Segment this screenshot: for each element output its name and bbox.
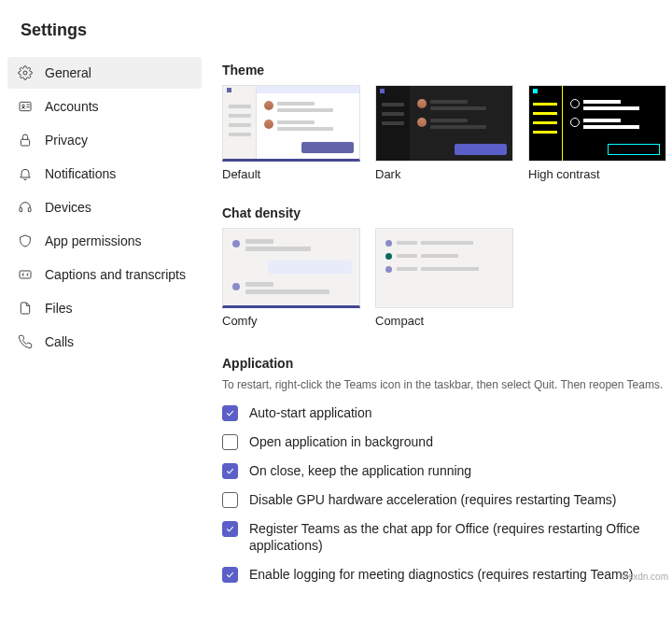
option-register-office: Register Teams as the chat app for Offic… [222,520,672,556]
checkbox-register-office[interactable] [222,521,238,537]
svg-point-0 [23,71,27,75]
page-header: Settings [0,0,672,57]
headset-icon [17,199,34,216]
checkbox-keep-running[interactable] [222,463,238,479]
checkbox-label: Open application in background [249,433,433,451]
sidebar-item-label: Accounts [45,99,99,114]
sidebar-item-calls[interactable]: Calls [7,326,202,358]
theme-option-dark[interactable]: Dark [375,85,513,181]
sidebar-item-label: Captions and transcripts [45,267,186,282]
svg-rect-3 [21,139,29,146]
option-keep-running: On close, keep the application running [222,462,672,480]
sidebar-item-app-permissions[interactable]: App permissions [7,225,202,257]
checkbox-label: Enable logging for meeting diagnostics (… [249,566,633,584]
phone-icon [17,333,34,350]
file-icon [17,300,34,317]
sidebar-item-label: Files [45,301,73,316]
svg-point-2 [22,105,25,107]
theme-thumb-high-contrast [528,85,666,162]
gear-icon [17,64,34,81]
sidebar-item-notifications[interactable]: Notifications [7,158,202,190]
density-section-title: Chat density [222,205,672,220]
checkbox-disable-gpu[interactable] [222,492,238,508]
density-option-compact[interactable]: Compact [375,228,513,328]
lock-icon [17,132,34,148]
bell-icon [17,165,34,182]
option-open-background: Open application in background [222,433,672,451]
application-section-title: Application [222,356,672,371]
sidebar-item-label: General [45,65,91,80]
sidebar-item-devices[interactable]: Devices [7,191,202,223]
sidebar-item-captions-transcripts[interactable]: Captions and transcripts [7,259,202,290]
density-thumb-comfy [222,228,360,308]
theme-label: High contrast [528,167,666,181]
checkbox-enable-logging[interactable] [222,567,238,583]
sidebar-item-files[interactable]: Files [7,292,202,324]
sidebar-item-label: App permissions [45,233,142,248]
sidebar-item-privacy[interactable]: Privacy [7,124,202,156]
application-description: To restart, right-click the Teams icon i… [222,378,672,391]
checkbox-auto-start[interactable] [222,405,238,421]
density-label: Compact [375,314,513,328]
theme-option-default[interactable]: Default [222,85,360,181]
checkbox-open-background[interactable] [222,434,238,450]
watermark: wsxdn.com [622,572,668,582]
theme-section-title: Theme [222,63,672,78]
svg-rect-5 [28,208,31,212]
sidebar-item-general[interactable]: General [7,57,202,89]
checkbox-label: Register Teams as the chat app for Offic… [249,520,672,556]
theme-thumb-dark [375,85,513,162]
main-content: Theme Default [209,57,672,595]
page-title: Settings [21,21,651,40]
sidebar-item-label: Devices [45,200,91,215]
settings-sidebar: General Accounts Privacy Notifications D… [0,57,209,595]
theme-options: Default Dark [222,85,672,181]
sidebar-item-label: Privacy [45,133,88,148]
theme-thumb-default [222,85,360,162]
sidebar-item-accounts[interactable]: Accounts [7,91,202,122]
density-option-comfy[interactable]: Comfy [222,228,360,328]
theme-label: Dark [375,167,513,181]
sidebar-item-label: Notifications [45,166,116,181]
density-thumb-compact [375,228,513,308]
id-card-icon [17,98,34,115]
cc-icon [17,266,34,283]
theme-option-high-contrast[interactable]: High contrast [528,85,666,181]
svg-rect-1 [20,102,31,110]
density-label: Comfy [222,314,360,328]
sidebar-item-label: Calls [45,334,74,349]
svg-rect-6 [20,271,31,278]
option-enable-logging: Enable logging for meeting diagnostics (… [222,566,672,584]
checkbox-label: Auto-start application [249,404,372,422]
density-options: Comfy Compact [222,228,672,328]
checkbox-label: Disable GPU hardware acceleration (requi… [249,491,616,509]
option-auto-start: Auto-start application [222,404,672,422]
theme-label: Default [222,167,360,181]
shield-icon [17,233,34,249]
svg-rect-4 [20,208,22,212]
option-disable-gpu: Disable GPU hardware acceleration (requi… [222,491,672,509]
checkbox-label: On close, keep the application running [249,462,471,480]
